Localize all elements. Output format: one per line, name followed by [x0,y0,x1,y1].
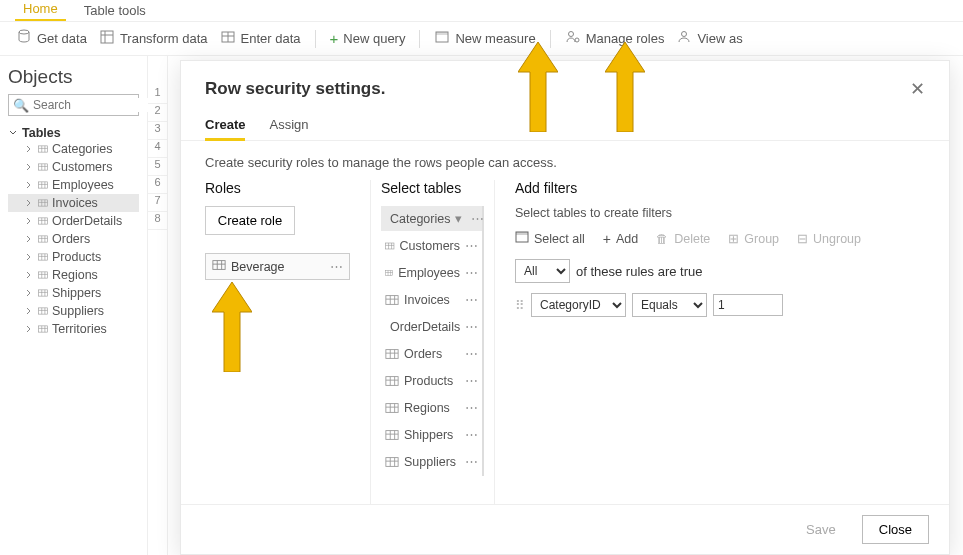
delete-button: 🗑 Delete [656,232,710,246]
svg-rect-29 [386,457,398,466]
tree-item[interactable]: Suppliers [8,302,139,320]
more-icon[interactable]: ⋯ [465,427,478,442]
view-as-button[interactable]: View as [676,29,742,48]
save-button[interactable]: Save [790,515,852,544]
plus-icon: + [603,231,611,247]
plus-icon: + [330,30,339,47]
create-role-button[interactable]: Create role [205,206,295,235]
svg-point-0 [19,30,29,34]
separator [419,30,420,48]
more-icon[interactable]: ⋯ [465,454,478,469]
more-icon[interactable]: ⋯ [471,211,484,226]
tab-home[interactable]: Home [15,0,66,21]
enter-data-label: Enter data [241,31,301,46]
separator [315,30,316,48]
tree-item-label: Products [52,250,101,264]
svg-rect-19 [213,261,225,270]
select-table-row[interactable]: Products⋯ [381,368,482,395]
ungroup-button: ⊟ Ungroup [797,231,861,246]
tab-create[interactable]: Create [205,111,245,141]
table-label: Invoices [404,293,450,307]
table-icon [38,288,48,298]
roles-heading: Roles [205,180,350,196]
close-button[interactable]: Close [862,515,929,544]
select-table-row[interactable]: Invoices⋯ [381,287,482,314]
drag-handle-icon[interactable]: ⠿ [515,298,525,313]
more-icon[interactable]: ⋯ [330,259,343,274]
svg-rect-17 [39,308,48,314]
select-table-row[interactable]: Regions⋯ [381,395,482,422]
tab-assign[interactable]: Assign [269,111,308,140]
row-number-gutter: 12345678 [148,56,168,555]
more-icon[interactable]: ⋯ [465,373,478,388]
tree-item[interactable]: Customers [8,158,139,176]
select-table-row[interactable]: OrderDetails⋯ [381,314,482,341]
select-tables-column: Select tables Categories▾⋯Customers⋯Empl… [370,180,495,504]
objects-title: Objects [8,66,139,88]
select-table-row[interactable]: Employees⋯ [381,260,482,287]
manage-roles-button[interactable]: Manage roles [565,29,665,48]
new-measure-label: New measure [455,31,535,46]
new-measure-button[interactable]: New measure [434,29,535,48]
tree-item[interactable]: Invoices [8,194,139,212]
objects-search[interactable]: 🔍 [8,94,139,116]
group-icon: ⊞ [728,231,739,246]
tree-item[interactable]: Shippers [8,284,139,302]
svg-rect-16 [39,290,48,296]
role-card-beverage[interactable]: Beverage ⋯ [205,253,350,280]
field-select[interactable]: CategoryID [531,293,626,317]
tree-item[interactable]: Regions [8,266,139,284]
select-table-row[interactable]: Shippers⋯ [381,422,482,449]
filters-column: Add filters Select tables to create filt… [515,180,935,504]
dialog-footer: Save Close [181,504,949,554]
all-any-select[interactable]: All [515,259,570,283]
table-icon [38,324,48,334]
enter-data-button[interactable]: Enter data [220,29,301,48]
table-label: Employees [398,266,460,280]
svg-rect-28 [386,430,398,439]
transform-data-button[interactable]: Transform data [99,29,208,48]
table-icon [385,347,399,361]
table-icon [385,401,399,415]
more-icon[interactable]: ⋯ [465,400,478,415]
tree-item[interactable]: Categories [8,140,139,158]
tree-item[interactable]: Products [8,248,139,266]
tree-item[interactable]: Employees [8,176,139,194]
table-label: Suppliers [404,455,456,469]
rule-row: ⠿ CategoryID Equals [515,293,935,317]
select-table-row[interactable]: Orders⋯ [381,341,482,368]
svg-rect-12 [39,218,48,224]
chevron-right-icon [24,270,34,280]
dialog-close-button[interactable]: ✕ [910,80,925,98]
row-number: 8 [148,212,167,230]
rule-header-suffix: of these rules are true [576,264,702,279]
more-icon[interactable]: ⋯ [465,319,478,334]
tree-item[interactable]: Territories [8,320,139,338]
tab-table-tools[interactable]: Table tools [76,0,154,21]
ungroup-icon: ⊟ [797,231,808,246]
tree-item[interactable]: OrderDetails [8,212,139,230]
value-input[interactable] [713,294,783,316]
more-icon[interactable]: ⋯ [465,238,478,253]
new-query-button[interactable]: + New query [330,30,406,47]
row-number: 7 [148,194,167,212]
more-icon[interactable]: ⋯ [465,292,478,307]
tree-root-tables[interactable]: Tables [8,126,139,140]
select-table-row[interactable]: Categories▾⋯ [381,206,482,233]
more-icon[interactable]: ⋯ [465,265,478,280]
operator-select[interactable]: Equals [632,293,707,317]
tree-item[interactable]: Orders [8,230,139,248]
row-number: 3 [148,122,167,140]
new-query-label: New query [343,31,405,46]
select-all-button[interactable]: Select all [515,230,585,247]
svg-rect-14 [39,254,48,260]
search-icon: 🔍 [13,98,29,113]
get-data-button[interactable]: Get data [16,29,87,48]
more-icon[interactable]: ⋯ [465,346,478,361]
svg-rect-23 [386,295,398,304]
row-number: 1 [148,86,167,104]
select-table-row[interactable]: Suppliers⋯ [381,449,482,476]
svg-rect-26 [386,376,398,385]
select-table-row[interactable]: Customers⋯ [381,233,482,260]
add-button[interactable]: + Add [603,231,638,247]
